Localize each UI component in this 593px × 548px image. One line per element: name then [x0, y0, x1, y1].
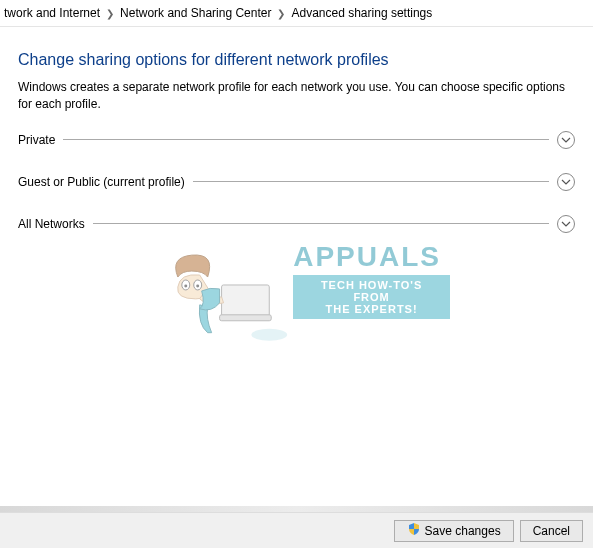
watermark-brand: APPUALS: [293, 241, 450, 273]
chevron-down-icon[interactable]: [557, 215, 575, 233]
section-private[interactable]: Private: [18, 131, 575, 149]
breadcrumb-item-network-internet[interactable]: twork and Internet: [4, 6, 100, 20]
save-button-label: Save changes: [425, 524, 501, 538]
svg-point-5: [184, 284, 187, 287]
cancel-button[interactable]: Cancel: [520, 520, 583, 542]
section-label: All Networks: [18, 217, 85, 231]
footer-bar: Save changes Cancel: [0, 512, 593, 548]
breadcrumb-item-sharing-center[interactable]: Network and Sharing Center: [120, 6, 271, 20]
watermark-tagline: TECH HOW-TO'S FROM THE EXPERTS!: [293, 275, 450, 319]
mascot-icon: [150, 215, 289, 345]
cancel-button-label: Cancel: [533, 524, 570, 538]
chevron-right-icon: ❯: [106, 8, 114, 19]
chevron-right-icon: ❯: [277, 8, 285, 19]
chevron-down-icon[interactable]: [557, 173, 575, 191]
breadcrumb[interactable]: twork and Internet ❯ Network and Sharing…: [0, 0, 593, 27]
watermark-text: APPUALS TECH HOW-TO'S FROM THE EXPERTS!: [293, 241, 450, 319]
save-changes-button[interactable]: Save changes: [394, 520, 514, 542]
svg-point-0: [251, 329, 287, 341]
shield-icon: [407, 522, 421, 539]
divider-line: [193, 181, 549, 182]
section-label: Guest or Public (current profile): [18, 175, 185, 189]
svg-rect-1: [222, 285, 270, 317]
svg-point-6: [196, 284, 199, 287]
content-area: Change sharing options for different net…: [0, 27, 593, 233]
breadcrumb-item-advanced-sharing[interactable]: Advanced sharing settings: [291, 6, 432, 20]
chevron-down-icon[interactable]: [557, 131, 575, 149]
svg-rect-2: [220, 315, 272, 321]
section-guest-public[interactable]: Guest or Public (current profile): [18, 173, 575, 191]
section-label: Private: [18, 133, 55, 147]
page-title: Change sharing options for different net…: [18, 51, 575, 69]
divider-line: [63, 139, 549, 140]
page-description: Windows creates a separate network profi…: [18, 79, 575, 113]
watermark-logo: APPUALS TECH HOW-TO'S FROM THE EXPERTS!: [150, 210, 450, 350]
